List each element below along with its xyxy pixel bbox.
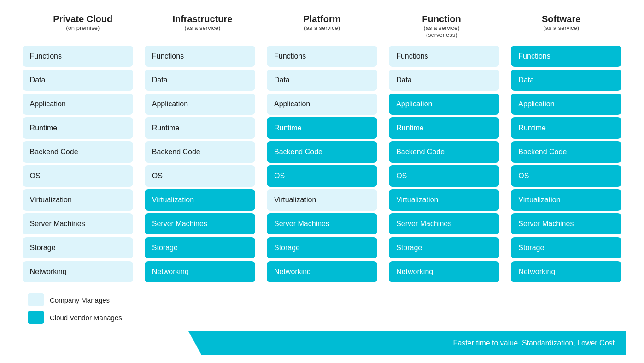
- column-infrastructure: FunctionsDataApplicationRuntimeBackend C…: [145, 46, 255, 282]
- cell-platform-3: Runtime: [267, 117, 377, 139]
- col-header-function: Function(as a service)(serverless): [386, 14, 497, 38]
- cell-infrastructure-3: Runtime: [145, 117, 255, 139]
- cell-function-9: Networking: [389, 261, 499, 282]
- cell-software-1: Data: [511, 70, 621, 91]
- cell-platform-1: Data: [267, 70, 377, 91]
- legend-box-light: [28, 293, 44, 306]
- cell-infrastructure-2: Application: [145, 94, 255, 115]
- cell-platform-8: Storage: [267, 237, 377, 258]
- cell-private-cloud-1: Data: [23, 70, 133, 91]
- cell-infrastructure-6: Virtualization: [145, 189, 255, 211]
- column-function: FunctionsDataApplicationRuntimeBackend C…: [389, 46, 499, 282]
- cell-function-5: OS: [389, 165, 499, 187]
- header-row: Private Cloud(on premise)Infrastructure(…: [18, 14, 626, 38]
- legend-label: Company Manages: [50, 296, 110, 304]
- cell-platform-6: Virtualization: [267, 189, 377, 211]
- cell-function-0: Functions: [389, 46, 499, 67]
- legend: Company ManagesCloud Vendor Manages: [18, 293, 626, 324]
- cell-function-2: Application: [389, 94, 499, 115]
- cell-platform-7: Server Machines: [267, 213, 377, 234]
- cell-infrastructure-4: Backend Code: [145, 141, 255, 163]
- column-private-cloud: FunctionsDataApplicationRuntimeBackend C…: [23, 46, 133, 282]
- cell-infrastructure-0: Functions: [145, 46, 255, 67]
- col-subtitle1-infrastructure: (as a service): [147, 24, 258, 31]
- cell-infrastructure-9: Networking: [145, 261, 255, 282]
- cell-private-cloud-0: Functions: [23, 46, 133, 67]
- cell-function-1: Data: [389, 70, 499, 91]
- bottom-arrow: Faster time to value, Standardization, L…: [188, 331, 626, 355]
- cell-private-cloud-6: Virtualization: [23, 189, 133, 211]
- col-title-function: Function: [386, 14, 497, 24]
- cell-private-cloud-4: Backend Code: [23, 141, 133, 163]
- cell-private-cloud-8: Storage: [23, 237, 133, 258]
- cell-private-cloud-3: Runtime: [23, 117, 133, 139]
- cell-infrastructure-7: Server Machines: [145, 213, 255, 234]
- cell-software-2: Application: [511, 94, 621, 115]
- cell-software-3: Runtime: [511, 117, 621, 139]
- col-header-private-cloud: Private Cloud(on premise): [28, 14, 138, 38]
- legend-item: Cloud Vendor Manages: [28, 311, 626, 324]
- cell-software-8: Storage: [511, 237, 621, 258]
- cell-function-8: Storage: [389, 237, 499, 258]
- cell-software-4: Backend Code: [511, 141, 621, 163]
- legend-item: Company Manages: [28, 293, 626, 306]
- column-software: FunctionsDataApplicationRuntimeBackend C…: [511, 46, 621, 282]
- col-header-software: Software(as a service): [506, 14, 616, 38]
- cell-private-cloud-2: Application: [23, 94, 133, 115]
- grid-container: FunctionsDataApplicationRuntimeBackend C…: [18, 46, 626, 282]
- col-header-platform: Platform(as a service): [267, 14, 377, 38]
- column-platform: FunctionsDataApplicationRuntimeBackend C…: [267, 46, 377, 282]
- cell-function-3: Runtime: [389, 117, 499, 139]
- cell-infrastructure-5: OS: [145, 165, 255, 187]
- col-subtitle1-private-cloud: (on premise): [28, 24, 138, 31]
- cell-software-6: Virtualization: [511, 189, 621, 211]
- col-header-infrastructure: Infrastructure(as a service): [147, 14, 258, 38]
- bottom-banner: Faster time to value, Standardization, L…: [18, 331, 626, 355]
- cell-infrastructure-1: Data: [145, 70, 255, 91]
- col-subtitle1-software: (as a service): [506, 24, 616, 31]
- cell-platform-5: OS: [267, 165, 377, 187]
- col-subtitle2-function: (serverless): [386, 31, 497, 38]
- cell-infrastructure-8: Storage: [145, 237, 255, 258]
- cell-platform-4: Backend Code: [267, 141, 377, 163]
- cell-private-cloud-9: Networking: [23, 261, 133, 282]
- cell-platform-0: Functions: [267, 46, 377, 67]
- col-title-infrastructure: Infrastructure: [147, 14, 258, 24]
- cell-software-7: Server Machines: [511, 213, 621, 234]
- legend-box-blue: [28, 311, 44, 324]
- legend-label: Cloud Vendor Manages: [50, 314, 122, 322]
- cell-function-4: Backend Code: [389, 141, 499, 163]
- cell-function-6: Virtualization: [389, 189, 499, 211]
- cell-software-9: Networking: [511, 261, 621, 282]
- col-title-private-cloud: Private Cloud: [28, 14, 138, 24]
- cell-platform-9: Networking: [267, 261, 377, 282]
- cell-private-cloud-7: Server Machines: [23, 213, 133, 234]
- main-container: Private Cloud(on premise)Infrastructure(…: [18, 14, 626, 355]
- cell-software-0: Functions: [511, 46, 621, 67]
- col-subtitle1-function: (as a service): [386, 24, 497, 31]
- col-title-platform: Platform: [267, 14, 377, 24]
- banner-text: Faster time to value, Standardization, L…: [453, 339, 615, 347]
- cell-private-cloud-5: OS: [23, 165, 133, 187]
- cell-function-7: Server Machines: [389, 213, 499, 234]
- col-subtitle1-platform: (as a service): [267, 24, 377, 31]
- cell-software-5: OS: [511, 165, 621, 187]
- cell-platform-2: Application: [267, 94, 377, 115]
- col-title-software: Software: [506, 14, 616, 24]
